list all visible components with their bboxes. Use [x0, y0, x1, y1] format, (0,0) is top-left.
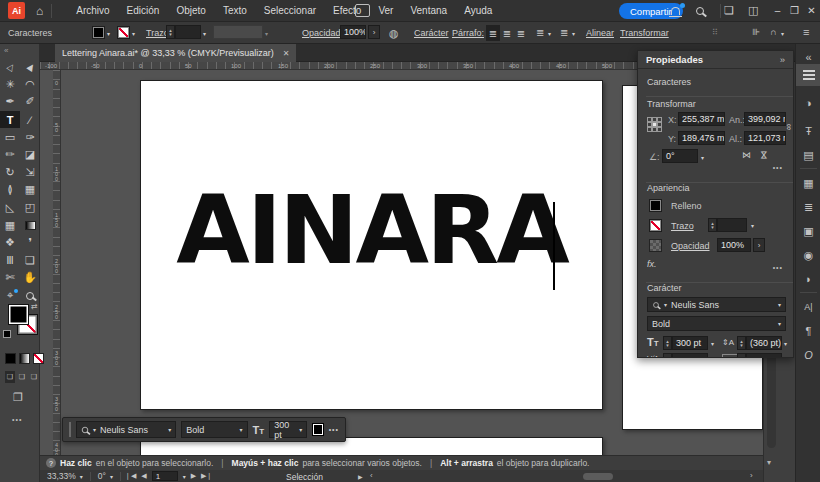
tool-blade[interactable]: ✄ [0, 269, 20, 287]
previous-artboard-button[interactable]: ◀ [141, 472, 146, 480]
lettering-text[interactable]: AINARA [140, 190, 603, 270]
chevron-down-icon[interactable]: ▾ [132, 30, 135, 37]
menu-ventana[interactable]: Ventana [410, 5, 447, 16]
font-family-select[interactable]: ▾ Neulis Sans ▾ [76, 421, 176, 438]
artboard-number-field[interactable]: 1 [152, 471, 178, 481]
stroke-weight-field[interactable] [175, 25, 201, 39]
stroke-swatch[interactable] [649, 219, 662, 232]
tool-column-graph[interactable]: Ⅲ [0, 252, 20, 270]
opacity-link[interactable]: Opacidad: [302, 28, 343, 38]
minimize-button[interactable]: – [770, 0, 785, 20]
flip-vertical-icon[interactable]: ⋈ [759, 151, 769, 160]
chevron-down-icon[interactable]: ▾ [711, 340, 714, 347]
draw-inside-button[interactable]: ❏ [29, 371, 39, 383]
edit-toolbar-icon[interactable]: ••• [12, 416, 22, 423]
tool-curvature[interactable]: ✐ [20, 93, 40, 111]
tool-symbol-sprayer[interactable]: ❖ [0, 234, 20, 252]
fx-label[interactable]: fx. [647, 259, 657, 269]
last-artboard-button[interactable]: ▶❘ [201, 472, 212, 480]
x-field[interactable]: 255,387 mm [678, 112, 725, 126]
font-style-select[interactable]: Bold ▾ [181, 421, 247, 438]
rotation-field[interactable]: 0° [662, 149, 698, 163]
dock-type-search-icon[interactable]: Ŧ [796, 120, 820, 142]
menu-edicion[interactable]: Edición [127, 5, 160, 16]
dock-character-icon[interactable]: A| [796, 296, 820, 318]
touch-device-icon[interactable] [355, 4, 370, 17]
height-field[interactable]: 121,073 mm [744, 131, 786, 145]
chevron-down-icon[interactable]: ▾ [183, 473, 186, 480]
chevron-down-icon[interactable]: ▾ [784, 340, 787, 347]
collapse-toolbar-icon[interactable]: « [4, 46, 8, 55]
stroke-weight-field[interactable] [717, 218, 747, 232]
close-button[interactable]: ✕ [804, 0, 819, 20]
tool-eyedropper[interactable]: ❜ [20, 234, 40, 252]
more-options-icon[interactable]: ••• [329, 426, 339, 433]
notifications-bell-icon[interactable] [671, 7, 680, 15]
stroke-color-swatch[interactable] [117, 26, 130, 39]
rotation-select[interactable]: 0° ▾ [95, 471, 116, 482]
scroll-left-icon[interactable]: ‹ [370, 471, 373, 480]
magnet-snap-icon[interactable]: ∩ [770, 27, 776, 37]
dock-color-guide-icon[interactable]: ◉ [796, 244, 820, 266]
tool-rotate[interactable]: ↻ [0, 164, 20, 182]
panel-title[interactable]: Propiedades [646, 54, 703, 65]
opacity-popup-button[interactable]: › [753, 238, 765, 252]
dock-paragraph-icon[interactable]: ¶ [796, 320, 820, 342]
chevron-down-icon[interactable]: ▾ [572, 30, 575, 37]
tool-type[interactable]: T [0, 111, 20, 129]
screen-mode-icon[interactable]: ❐ [13, 391, 23, 404]
stroke-weight-stepper[interactable]: ▴▾ [708, 218, 717, 232]
opacity-field[interactable]: 100% [340, 25, 366, 39]
width-field[interactable]: 399,092 mm [744, 112, 786, 126]
paragraph-panel-link[interactable]: Párrafo: [452, 28, 484, 38]
tracking-stepper[interactable]: ▴▾ [737, 353, 746, 358]
draw-normal-button[interactable]: ❏ [5, 371, 15, 383]
tool-snap[interactable]: ⌖ [0, 287, 20, 305]
dock-align-icon[interactable]: ≣ [796, 196, 820, 218]
tool-rectangle[interactable]: ▭ [0, 128, 20, 146]
opacity-field[interactable]: 100% [717, 238, 751, 252]
status-menu-arrow-icon[interactable]: ▶ [358, 473, 363, 480]
chevron-down-icon[interactable]: ▾ [107, 30, 110, 37]
fill-swatch[interactable] [649, 199, 662, 212]
tool-pen[interactable]: ✒ [0, 93, 20, 111]
tool-artboard[interactable]: ❏ [20, 252, 40, 270]
next-artboard-button[interactable]: ▶ [191, 472, 196, 480]
tool-eraser[interactable]: ◪ [20, 146, 40, 164]
tool-scale[interactable]: ⇲ [20, 164, 40, 182]
tool-perspective-grid[interactable]: ◺ [0, 199, 20, 217]
numbered-list-icon[interactable]: ≣ [560, 27, 568, 38]
bullet-list-icon[interactable]: ≣ [536, 27, 544, 38]
font-size-select[interactable]: 300 pt ▾ [269, 421, 307, 438]
leading-field[interactable]: (360 pt) [746, 336, 782, 350]
guides-icon[interactable]: ⊪ [752, 27, 760, 37]
menu-objeto[interactable]: Objeto [176, 5, 205, 16]
opacity-label[interactable]: Opacidad [671, 241, 710, 251]
align-left-button[interactable]: ≣ [486, 25, 500, 41]
tool-selection[interactable]: ▶ [20, 58, 40, 76]
fill-swatch[interactable] [8, 304, 29, 325]
chevron-down-icon[interactable]: ▾ [781, 30, 784, 37]
flip-horizontal-icon[interactable]: ⋈ [742, 150, 751, 160]
chevron-down-icon[interactable]: ▾ [701, 154, 704, 161]
tool-free-transform[interactable]: ▦ [20, 181, 40, 199]
dock-gradient-icon[interactable]: ◗ [796, 268, 820, 290]
gradient-button[interactable] [19, 353, 30, 364]
tool-magic-wand[interactable]: ✳ [0, 76, 20, 94]
menu-seleccionar[interactable]: Seleccionar [264, 5, 316, 16]
close-tab-icon[interactable]: ✕ [283, 49, 290, 58]
dock-properties-icon[interactable] [796, 64, 820, 86]
horizontal-scroll-thumb[interactable] [583, 473, 613, 480]
transform-panel-link[interactable]: Transformar [620, 28, 669, 38]
draw-behind-button[interactable]: ❏ [17, 371, 27, 383]
fill-label[interactable]: Relleno [671, 201, 702, 211]
tool-gradient[interactable] [20, 216, 40, 234]
globe-icon[interactable]: ◍ [389, 27, 399, 40]
drag-handle[interactable] [69, 422, 71, 437]
tool-lasso[interactable]: ◠ [20, 76, 40, 94]
tool-hand[interactable]: ✋ [20, 269, 40, 287]
home-icon[interactable]: ⌂ [36, 4, 43, 18]
arrange-documents-icon[interactable]: ◫ [748, 4, 758, 17]
color-button[interactable] [5, 353, 16, 364]
dock-color-icon[interactable]: ◑ [796, 92, 820, 114]
